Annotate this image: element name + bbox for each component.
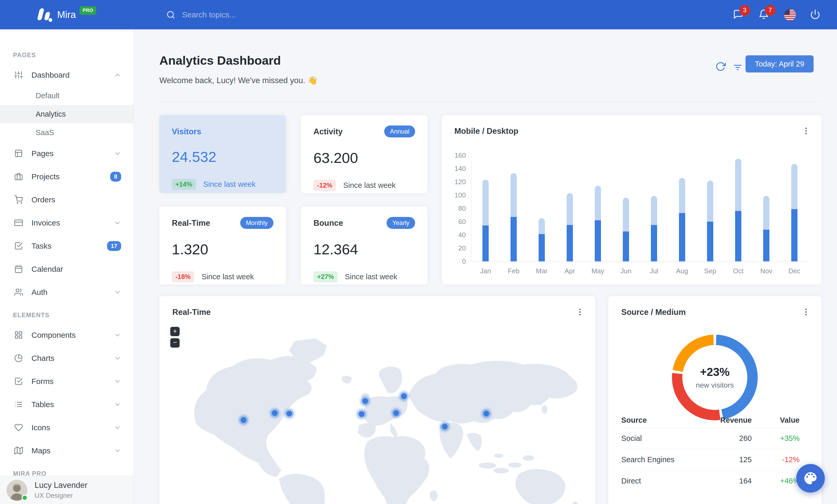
- sidebar-subitem-label: Default: [36, 91, 59, 100]
- notifications-count-badge: 7: [765, 5, 776, 16]
- revenue-cell: 260: [705, 434, 752, 443]
- map-marker[interactable]: [241, 417, 246, 423]
- map-marker[interactable]: [286, 411, 292, 416]
- activity-stat-card: Activity Annual 63.200 -12% Since last w…: [301, 115, 428, 193]
- bar-segment-mobile: [679, 213, 685, 261]
- map-icon: [14, 446, 23, 455]
- source-donut-chart: +23% new visitors: [672, 335, 758, 421]
- map-marker[interactable]: [483, 411, 489, 416]
- stat-delta-badge: +27%: [314, 271, 338, 282]
- bar-segment-mobile: [595, 220, 601, 261]
- theme-settings-fab[interactable]: [796, 464, 825, 492]
- top-navbar: Mira PRO 3 7: [0, 0, 837, 29]
- power-icon: [810, 9, 820, 19]
- bar-may: [595, 186, 601, 261]
- pie-icon: [14, 354, 23, 362]
- language-flag-button[interactable]: [784, 9, 796, 21]
- stat-value: 1.320: [172, 241, 273, 258]
- sidebar-item-label: Invoices: [32, 219, 114, 227]
- x-axis-tick: Jul: [638, 267, 670, 275]
- sign-out-button[interactable]: [810, 9, 821, 20]
- sidebar-item-icons[interactable]: Icons: [0, 416, 133, 439]
- chev-down-icon: [114, 378, 121, 385]
- sidebar-item-label: Forms: [32, 377, 114, 386]
- sidebar-item-tables[interactable]: Tables: [0, 393, 133, 416]
- card-menu-button[interactable]: [802, 127, 811, 136]
- brand[interactable]: Mira PRO: [36, 7, 96, 22]
- sidebar-item-maps[interactable]: Maps: [0, 439, 133, 462]
- map-marker[interactable]: [401, 393, 407, 399]
- col-source-header: Source: [621, 416, 705, 425]
- realtime-map-card: Real-Time: [159, 296, 595, 504]
- map-zoom-out-button[interactable]: −: [170, 338, 180, 348]
- map-marker[interactable]: [359, 411, 364, 417]
- sidebar-item-label: Tables: [32, 400, 114, 409]
- y-axis-tick: 140: [455, 165, 466, 173]
- y-axis-tick: 0: [462, 258, 466, 265]
- sidebar-subitem-default[interactable]: Default: [0, 87, 133, 105]
- map-card-title: Real-Time: [172, 307, 211, 317]
- map-zoom-in-button[interactable]: +: [170, 327, 180, 336]
- filter-button[interactable]: [732, 62, 744, 73]
- sidebar-item-orders[interactable]: Orders: [0, 188, 133, 211]
- map-marker[interactable]: [442, 424, 448, 429]
- sidebar-item-pages[interactable]: Pages: [0, 142, 133, 165]
- date-range-button[interactable]: Today: April 29: [746, 55, 814, 73]
- notifications-button[interactable]: 7: [759, 9, 770, 20]
- table-row: Social260+35%: [621, 428, 800, 449]
- stat-value: 63.200: [314, 149, 415, 166]
- x-axis-tick: Mar: [526, 267, 557, 275]
- bounce-stat-card: Bounce Yearly 12.364 +27% Since last wee…: [301, 207, 428, 284]
- sidebar-item-forms[interactable]: Forms: [0, 370, 133, 393]
- col-value-header: Value: [752, 416, 800, 425]
- sidebar-item-label: Components: [32, 331, 114, 339]
- sidebar-item-projects[interactable]: Projects8: [0, 165, 133, 188]
- bar-oct: [735, 159, 741, 261]
- messages-button[interactable]: 3: [733, 9, 745, 20]
- sidebar-item-auth[interactable]: Auth: [0, 281, 133, 304]
- x-axis-tick: Dec: [779, 267, 810, 275]
- mira-logo-icon: [36, 7, 53, 22]
- sidebar-item-invoices[interactable]: Invoices: [0, 211, 133, 234]
- palette-icon: [803, 471, 818, 486]
- sidebar-item-charts[interactable]: Charts: [0, 347, 133, 370]
- period-badge: Monthly: [240, 217, 273, 229]
- search-icon: [166, 11, 175, 19]
- sidebar-item-components[interactable]: Components: [0, 323, 133, 347]
- map-marker[interactable]: [272, 410, 278, 416]
- revenue-cell: 125: [705, 455, 752, 464]
- sidebar-item-tasks[interactable]: Tasks17: [0, 234, 133, 258]
- sidebar-subitem-saas[interactable]: SaaS: [0, 124, 133, 142]
- refresh-button[interactable]: [715, 61, 727, 73]
- bar-segment-mobile: [482, 225, 489, 261]
- stat-note: Since last week: [345, 273, 397, 281]
- sidebar-section-label: ELEMENTS: [13, 312, 133, 319]
- sidebar-user-footer[interactable]: Lucy Lavender UX Designer: [0, 476, 133, 504]
- cart-icon: [14, 195, 23, 204]
- donut-center-label: new visitors: [696, 381, 734, 389]
- bar-apr: [567, 193, 573, 261]
- y-axis-tick: 100: [455, 191, 466, 199]
- x-axis-tick: Aug: [666, 267, 698, 275]
- donut-card-title: Source / Medium: [621, 307, 686, 317]
- sidebar-item-dashboard[interactable]: Dashboard: [0, 63, 133, 87]
- bar-feb: [511, 173, 517, 261]
- bar-segment-mobile: [651, 225, 657, 261]
- sidebar-item-calendar[interactable]: Calendar: [0, 258, 133, 281]
- period-badge: Yearly: [387, 217, 415, 229]
- chart-title: Mobile / Desktop: [455, 127, 518, 136]
- stat-title: Real-Time: [172, 219, 210, 228]
- sidebar-item-label: Tasks: [32, 242, 107, 250]
- y-axis-tick: 60: [458, 218, 466, 226]
- sidebar-item-label: Projects: [32, 172, 110, 181]
- x-axis-tick: Jan: [470, 267, 501, 275]
- card-menu-button[interactable]: [802, 307, 811, 317]
- x-axis-tick: Nov: [751, 267, 782, 275]
- map-marker[interactable]: [362, 398, 368, 404]
- search-input[interactable]: [182, 11, 291, 19]
- page-title: Analytics Dashboard: [159, 53, 281, 68]
- y-axis-tick: 80: [458, 204, 466, 212]
- sidebar-subitem-analytics[interactable]: Analytics: [0, 105, 133, 124]
- card-menu-button[interactable]: [575, 307, 585, 317]
- map-marker[interactable]: [393, 410, 399, 416]
